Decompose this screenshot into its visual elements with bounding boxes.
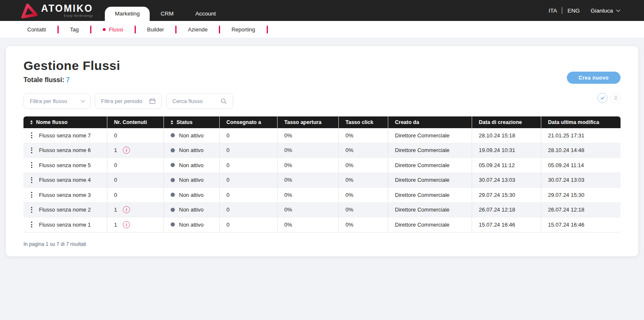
table-row: Flusso senza nome 6 1 i Non attivo 0 0% … — [23, 143, 621, 158]
cell-data-creazione: 30.07.24 13:03 — [472, 173, 541, 188]
row-menu-icon[interactable] — [30, 220, 33, 229]
cell-creato-da: Direttore Commerciale — [388, 173, 472, 188]
status-label: Non attivo — [179, 222, 204, 228]
main-tabs: Marketing CRM Account — [105, 0, 227, 21]
header-nome-flusso[interactable]: Nome flusso — [23, 116, 107, 128]
info-icon[interactable]: i — [123, 147, 130, 154]
calendar-icon — [149, 98, 156, 104]
status-dot-icon — [171, 163, 175, 167]
status-label: Non attivo — [179, 147, 204, 153]
total-flussi: Totale flussi:7 — [23, 76, 120, 84]
subnav-item-builder[interactable]: Builder — [136, 26, 175, 33]
chevron-down-icon — [81, 98, 85, 103]
header-creato-da: Creato da — [388, 116, 472, 128]
subnav-item-tag[interactable]: Tag — [59, 26, 90, 33]
header-data-creazione: Data di creazione — [472, 116, 541, 128]
cell-consegnato: 0 — [220, 143, 278, 158]
info-icon[interactable]: i — [123, 206, 130, 213]
status-dot-icon — [171, 222, 175, 227]
subnav-item-flussi[interactable]: Flussi — [91, 26, 135, 33]
header-label: Creato da — [395, 119, 419, 125]
filter-flusso-dropdown[interactable]: Filtra per flusso — [23, 93, 91, 109]
lang-divider — [562, 7, 562, 14]
cell-data-creazione: 19.09.24 10:31 — [472, 143, 541, 158]
row-menu-icon[interactable] — [30, 160, 33, 170]
tab-crm[interactable]: CRM — [150, 7, 184, 21]
header-status[interactable]: Status — [164, 116, 220, 128]
subnav-item-aziende[interactable]: Aziende — [177, 26, 219, 33]
user-menu[interactable]: Gianluca — [591, 8, 620, 14]
status-dot-icon — [171, 148, 175, 152]
row-menu-icon[interactable] — [30, 131, 33, 140]
total-label: Totale flussi: — [23, 76, 65, 83]
header-label: Nome flusso — [36, 119, 68, 125]
contenuti-value: 1 — [114, 222, 117, 228]
select-all-button[interactable] — [597, 93, 608, 103]
delete-button[interactable] — [610, 93, 621, 103]
contenuti-value: 0 — [114, 162, 117, 168]
cell-creato-da: Direttore Commerciale — [388, 203, 472, 217]
status-label: Non attivo — [179, 192, 204, 198]
cell-consegnato: 0 — [220, 173, 278, 188]
header-tasso-click: Tasso click — [339, 116, 388, 128]
header-data-modifica: Data ultima modifica — [541, 116, 621, 128]
cell-consegnato: 0 — [220, 128, 278, 143]
topbar: ATOMIKO Enjoy NetStrategy Marketing CRM … — [0, 0, 644, 21]
row-menu-icon[interactable] — [30, 205, 33, 214]
flow-name: Flusso senza nome 6 — [39, 147, 91, 153]
table-row: Flusso senza nome 1 1 i Non attivo 0 0% … — [23, 217, 621, 232]
cell-nr-contenuti: 0 i — [107, 128, 164, 143]
status-dot-icon — [171, 208, 175, 212]
language-switcher: ITA ENG — [548, 7, 579, 14]
atomiko-logo[interactable]: ATOMIKO Enjoy NetStrategy — [0, 0, 93, 21]
filter-periodo-picker[interactable]: Filtra per periodo — [95, 93, 162, 109]
status-label: Non attivo — [179, 206, 204, 213]
search-input[interactable] — [172, 98, 218, 104]
sort-icon — [171, 120, 173, 124]
cell-nome-flusso: Flusso senza nome 5 — [23, 158, 107, 173]
info-icon[interactable]: i — [123, 221, 130, 228]
flow-name: Flusso senza nome 5 — [39, 162, 91, 168]
subnav-separator — [267, 26, 268, 34]
atomiko-logo-icon — [20, 3, 37, 18]
cell-nr-contenuti: 0 i — [107, 158, 164, 173]
cell-consegnato: 0 — [220, 217, 278, 232]
status-dot-icon — [171, 178, 175, 182]
cell-tasso-click: 0% — [339, 173, 388, 188]
flow-name: Flusso senza nome 1 — [39, 222, 91, 228]
subnav-label: Builder — [147, 26, 164, 33]
header-label: Tasso apertura — [284, 119, 322, 125]
cell-status: Non attivo — [164, 188, 220, 202]
cell-status: Non attivo — [164, 143, 220, 158]
cell-data-modifica: 15.07.24 16:46 — [541, 217, 621, 232]
tab-marketing[interactable]: Marketing — [105, 7, 150, 21]
user-name: Gianluca — [591, 8, 613, 14]
subnav-label: Tag — [70, 26, 79, 33]
row-menu-icon[interactable] — [30, 190, 33, 199]
lang-eng[interactable]: ENG — [567, 8, 579, 14]
table-row: Flusso senza nome 4 0 i Non attivo 0 0% … — [23, 173, 621, 188]
cell-status: Non attivo — [164, 217, 220, 232]
cell-tasso-apertura: 0% — [278, 173, 339, 188]
lang-ita[interactable]: ITA — [548, 8, 557, 14]
status-dot-icon — [171, 133, 175, 137]
flow-name: Flusso senza nome 3 — [39, 192, 91, 198]
card-header: Gestione Flussi Totale flussi:7 Crea nuo… — [23, 59, 621, 84]
search-box — [166, 93, 233, 109]
filter-periodo-label: Filtra per periodo — [101, 98, 142, 104]
tab-account[interactable]: Account — [184, 7, 227, 21]
subnav-label: Flussi — [109, 26, 123, 33]
cell-nome-flusso: Flusso senza nome 1 — [23, 217, 107, 232]
row-menu-icon[interactable] — [30, 146, 33, 155]
header-label: Data di creazione — [479, 119, 522, 125]
table-row: Flusso senza nome 2 1 i Non attivo 0 0% … — [23, 203, 621, 218]
subnav-item-contatti[interactable]: Contatti — [16, 26, 57, 33]
cell-status: Non attivo — [164, 128, 220, 143]
subnav-item-reporting[interactable]: Reporting — [220, 26, 266, 33]
header-tasso-apertura: Tasso apertura — [278, 116, 339, 128]
row-menu-icon[interactable] — [30, 175, 33, 185]
cell-data-creazione: 29.07.24 15:30 — [472, 188, 541, 202]
chevron-down-icon — [616, 8, 621, 12]
table-body: Flusso senza nome 7 0 i Non attivo 0 0% … — [23, 128, 621, 232]
crea-nuovo-button[interactable]: Crea nuovo — [567, 72, 621, 84]
